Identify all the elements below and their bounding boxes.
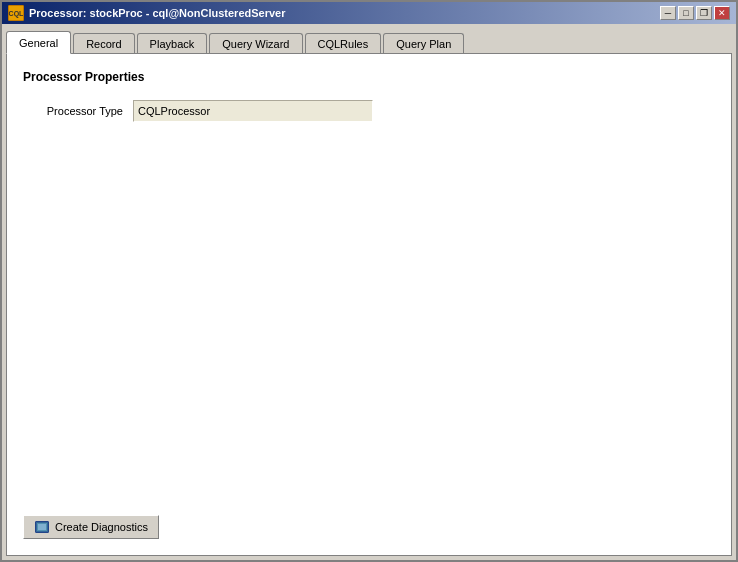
tab-playback[interactable]: Playback [137,33,208,54]
window-body: General Record Playback Query Wizard CQL… [2,24,736,560]
tab-query-plan[interactable]: Query Plan [383,33,464,54]
tab-query-wizard[interactable]: Query Wizard [209,33,302,54]
processor-type-input[interactable] [133,100,373,122]
minimize-button[interactable]: ─ [660,6,676,20]
restore-button[interactable]: ❐ [696,6,712,20]
close-button[interactable]: ✕ [714,6,730,20]
window-icon: CQL [8,5,24,21]
title-bar-left: CQL Processor: stockProc - cql@NonCluste… [8,5,285,21]
create-diagnostics-button[interactable]: Create Diagnostics [23,515,159,539]
section-title: Processor Properties [23,70,715,84]
form-row-processor-type: Processor Type [23,100,715,122]
tab-record[interactable]: Record [73,33,134,54]
tab-general[interactable]: General [6,31,71,54]
diagnostics-icon-shape [35,521,49,533]
title-bar: CQL Processor: stockProc - cql@NonCluste… [2,2,736,24]
tab-cqlrules[interactable]: CQLRules [305,33,382,54]
content-area: Processor Properties Processor Type Crea… [6,53,732,556]
processor-type-label: Processor Type [23,105,123,117]
diagnostics-icon [34,519,50,535]
window-title: Processor: stockProc - cql@NonClusteredS… [29,7,285,19]
title-bar-buttons: ─ □ ❐ ✕ [660,6,730,20]
maximize-button[interactable]: □ [678,6,694,20]
bottom-area: Create Diagnostics [23,515,159,539]
tabs-container: General Record Playback Query Wizard CQL… [6,28,732,53]
main-window: CQL Processor: stockProc - cql@NonCluste… [0,0,738,562]
create-diagnostics-label: Create Diagnostics [55,521,148,533]
